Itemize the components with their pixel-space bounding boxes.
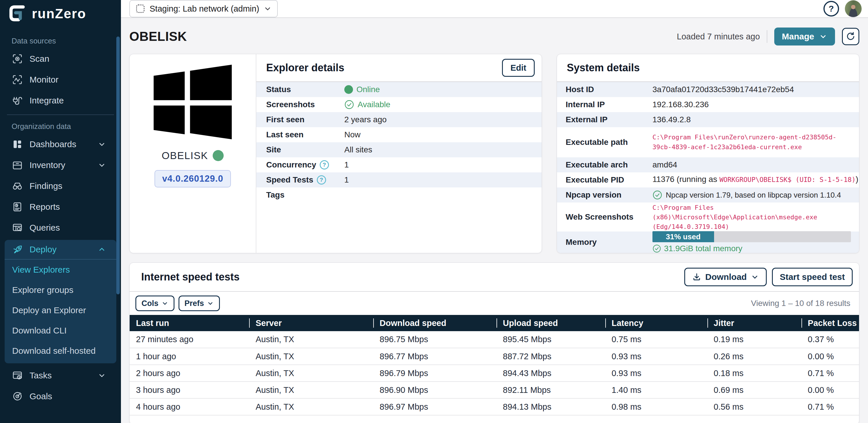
download-label: Download <box>705 272 747 282</box>
sidebar-item-scan[interactable]: Scan <box>0 48 121 69</box>
row-label: Host ID <box>557 85 652 94</box>
refresh-icon <box>845 31 856 42</box>
loaded-status: Loaded 7 minutes ago <box>677 32 760 41</box>
row-first-seen: First seen 2 years ago <box>256 112 541 127</box>
row-value: Now <box>344 130 541 139</box>
column-download-speed[interactable]: Download speed <box>373 315 496 331</box>
sidebar-item-label: Goals <box>30 391 52 401</box>
column-server[interactable]: Server <box>249 315 373 331</box>
row-value-prefix: 11376 (running as <box>652 175 719 184</box>
explorer-details-title: Explorer details <box>266 62 344 74</box>
help-button[interactable]: ? <box>824 1 839 17</box>
start-speed-test-label: Start speed test <box>780 272 845 282</box>
column-last-run[interactable]: Last run <box>130 315 249 331</box>
sidebar-item-integrate[interactable]: Integrate <box>0 90 121 111</box>
row-value: Npcap version 1.79, based on libpcap ver… <box>666 191 841 200</box>
row-value: C:\Program Files\runZero\runzero-agent-d… <box>652 133 852 152</box>
sidebar-item-dashboards[interactable]: Dashboards <box>0 134 121 155</box>
speed-tests-title: Internet speed tests <box>141 271 240 283</box>
row-label: Executable PID <box>557 175 652 185</box>
row-value: amd64 <box>652 160 859 169</box>
chevron-down-icon <box>819 32 828 41</box>
sidebar-item-tasks[interactable]: Tasks <box>0 365 121 386</box>
memory-total-label: 31.9GiB total memory <box>664 244 742 253</box>
page-title: OBELISK <box>129 29 187 44</box>
memory-bar: 31% used <box>652 231 851 242</box>
sidebar-item-deploy[interactable]: Deploy <box>5 240 116 260</box>
section-organization-data: Organization data <box>0 118 121 134</box>
queries-icon <box>11 222 23 233</box>
main: Staging: Lab network (admin) ? OBELISK L… <box>121 0 868 423</box>
speed-toolbar: Cols Prefs Viewing 1 – 10 of 18 results <box>130 292 859 315</box>
sidebar-item-label: Scan <box>30 54 49 64</box>
sidebar-nav: Data sources Scan Monitor <box>0 25 121 407</box>
row-label: Status <box>256 85 344 94</box>
row-label: Executable arch <box>557 160 652 169</box>
cols-button[interactable]: Cols <box>135 295 175 311</box>
sidebar-item-goals[interactable]: Goals <box>0 386 121 407</box>
sidebar-item-monitor[interactable]: Monitor <box>0 69 121 90</box>
rocket-icon <box>12 244 24 255</box>
row-value-mono: WORKGROUP\OBELISK$ (UID: S-1-5-18) <box>719 176 856 184</box>
sidebar-item-inventory[interactable]: Inventory <box>0 155 121 175</box>
row-value: C:\Program Files (x86)\Microsoft\Edge\Ap… <box>652 203 852 231</box>
column-upload-speed[interactable]: Upload speed <box>496 315 605 331</box>
sidebar-item-label: Explorer groups <box>12 285 73 295</box>
help-tooltip-icon[interactable]: ? <box>317 175 326 185</box>
sidebar-item-label: Findings <box>30 181 62 191</box>
column-latency[interactable]: Latency <box>605 315 707 331</box>
help-tooltip-icon[interactable]: ? <box>320 160 329 169</box>
sidebar-scrollbar[interactable] <box>116 36 120 294</box>
system-card: System details Host ID 3a70afa01720d33c5… <box>557 54 859 253</box>
deploy-section: Deploy View Explorers Explorer groups De… <box>5 240 116 363</box>
download-button[interactable]: Download <box>684 268 767 286</box>
explorer-details-panel: Explorer details Edit Status Online Scre… <box>256 54 541 253</box>
sidebar-item-download-self-hosted[interactable]: Download self-hosted <box>5 341 116 361</box>
content: OBELISK Loaded 7 minutes ago Manage <box>121 18 868 423</box>
detail-cards: OBELISK v4.0.260129.0 Explorer details E… <box>129 54 859 253</box>
memory-total: 31.9GiB total memory <box>652 244 851 253</box>
row-concurrency: Concurrency? 1 <box>256 157 541 172</box>
row-label: Memory <box>557 237 652 247</box>
results-count: Viewing 1 – 10 of 18 results <box>751 299 850 308</box>
column-packet-loss[interactable]: Packet Loss <box>802 315 859 331</box>
prefs-button[interactable]: Prefs <box>179 295 220 311</box>
sidebar-item-label: Deploy an Explorer <box>12 305 86 315</box>
cols-label: Cols <box>142 299 159 308</box>
dashboards-icon <box>11 139 23 150</box>
row-npcap: Npcap version Npcap version 1.79, based … <box>557 188 859 202</box>
row-label: Executable path <box>557 138 652 147</box>
sidebar-item-download-cli[interactable]: Download CLI <box>5 320 116 341</box>
runzero-logo[interactable]: runZero <box>0 0 121 25</box>
row-label: First seen <box>256 115 344 124</box>
sidebar-item-explorer-groups[interactable]: Explorer groups <box>5 280 116 300</box>
chevron-down-icon <box>751 273 759 281</box>
row-internal-ip: Internal IP 192.168.30.236 <box>557 97 859 112</box>
row-label: Speed Tests <box>266 175 313 185</box>
row-host-id: Host ID 3a70afa01720d33c539b17441e72eb54 <box>557 82 859 97</box>
row-last-seen: Last seen Now <box>256 127 541 142</box>
edit-button[interactable]: Edit <box>502 59 535 77</box>
sidebar-divider <box>7 114 114 115</box>
sidebar-item-label: Reports <box>30 202 60 212</box>
refresh-button[interactable] <box>842 28 859 45</box>
row-label: Last seen <box>256 130 344 139</box>
integrate-icon <box>11 95 23 106</box>
sidebar-item-queries[interactable]: Queries <box>0 217 121 238</box>
table-row: 27 minutes agoAustin, TX896.75 Mbps895.4… <box>130 331 859 348</box>
column-jitter[interactable]: Jitter <box>707 315 802 331</box>
sidebar-item-view-explorers[interactable]: View Explorers <box>5 260 116 280</box>
sidebar-item-findings[interactable]: Findings <box>0 175 121 196</box>
sidebar-item-label: View Explorers <box>12 265 70 275</box>
organization-selector[interactable]: Staging: Lab network (admin) <box>129 0 278 18</box>
sidebar-item-label: Deploy <box>30 245 56 254</box>
sidebar-item-deploy-an-explorer[interactable]: Deploy an Explorer <box>5 300 116 320</box>
start-speed-test-button[interactable]: Start speed test <box>772 268 852 286</box>
avatar[interactable] <box>845 0 862 17</box>
sidebar-item-label: Queries <box>30 223 60 233</box>
sidebar-item-label: Monitor <box>30 75 58 85</box>
organization-label: Staging: Lab network (admin) <box>150 4 259 13</box>
manage-button[interactable]: Manage <box>774 28 835 46</box>
sidebar-item-reports[interactable]: Reports <box>0 196 121 217</box>
row-label: Concurrency <box>266 160 316 169</box>
